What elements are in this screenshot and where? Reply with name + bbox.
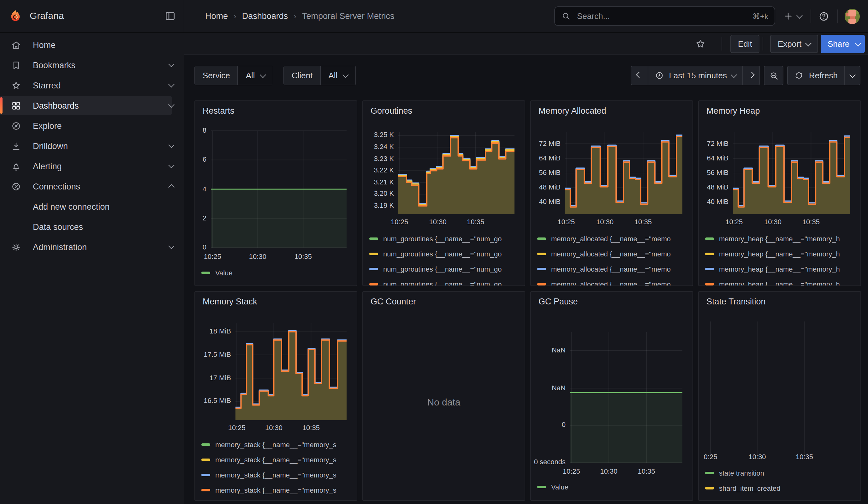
legend-item[interactable]: memory_heap {__name__="memory_h: [705, 234, 857, 244]
chart-plot[interactable]: [698, 321, 853, 459]
sidebar-item-starred[interactable]: Starred: [0, 76, 184, 95]
service-variable-dropdown[interactable]: Service All: [194, 66, 273, 85]
chevron-down-icon[interactable]: [168, 142, 175, 148]
breadcrumb-home[interactable]: Home: [205, 11, 228, 21]
sidebar-item-explore[interactable]: Explore: [0, 116, 184, 135]
legend-item[interactable]: num_goroutines {__name__="num_go: [369, 264, 521, 274]
sidebar-item-drilldown[interactable]: Drilldown: [0, 136, 184, 155]
y-axis-label: 64 MiB: [698, 154, 728, 162]
legend-item[interactable]: memory_allocated {__name__="memo: [537, 249, 689, 259]
export-button[interactable]: Export: [770, 35, 818, 53]
chevron-up-icon[interactable]: [168, 184, 175, 191]
legend-item[interactable]: num_goroutines {__name__="num_go: [369, 249, 521, 259]
legend-item[interactable]: memory_heap {__name__="memory_h: [705, 279, 857, 286]
legend-color-swatch: [369, 283, 378, 286]
sidebar-item-label: Alerting: [33, 161, 62, 171]
user-avatar[interactable]: [845, 9, 860, 24]
legend-item[interactable]: Value: [202, 268, 353, 278]
legend-item[interactable]: memory_stack {__name__="memory_s: [202, 440, 353, 450]
sidebar-item-dashboards[interactable]: Dashboards: [0, 96, 172, 115]
add-button[interactable]: [783, 11, 794, 21]
panel-memory-stack: Memory Stack 18 MiB17.5 MiB17 MiB16.5 Mi…: [194, 291, 357, 501]
add-menu-chevron-down-icon[interactable]: [796, 12, 803, 19]
sidebar-item-administration[interactable]: Administration: [0, 237, 184, 256]
chart-memory-stack: 18 MiB17.5 MiB17 MiB16.5 MiB10:2510:3010…: [195, 292, 356, 500]
time-range-forward-button[interactable]: [743, 66, 760, 85]
favorite-button[interactable]: [694, 38, 706, 50]
chart-plot[interactable]: [236, 323, 347, 420]
chevron-down-icon[interactable]: [168, 81, 175, 88]
chart-gc-pause: NaNNaN00 seconds10:2510:3010:35Value: [531, 292, 693, 500]
panel-goroutines: Goroutines 3.25 K3.24 K3.23 K3.22 K3.21 …: [362, 101, 525, 286]
panel-gc-pause: GC Pause NaNNaN00 seconds10:2510:3010:35…: [530, 291, 693, 501]
breadcrumb-dashboards[interactable]: Dashboards: [242, 11, 288, 21]
legend-item[interactable]: memory_stack {__name__="memory_s: [202, 470, 353, 480]
chart-plot[interactable]: [211, 131, 347, 248]
legend-item[interactable]: memory_allocated {__name__="memo: [537, 264, 689, 274]
sidebar-item-home[interactable]: Home: [0, 35, 184, 54]
legend-color-swatch: [705, 487, 714, 490]
x-axis-label: 10:25: [563, 467, 580, 475]
chevron-down-icon[interactable]: [168, 61, 175, 67]
refresh-button-label: Refresh: [809, 71, 838, 80]
zoom-out-button[interactable]: [765, 66, 783, 85]
chart-plot[interactable]: [398, 132, 515, 214]
sidebar-item-data-sources[interactable]: Data sources: [0, 217, 184, 236]
legend-item[interactable]: num_goroutines {__name__="num_go: [369, 234, 521, 244]
legend-item[interactable]: memory_allocated {__name__="memo: [537, 279, 689, 286]
chart-plot[interactable]: [565, 132, 682, 214]
brand-area: Grafana: [0, 0, 184, 32]
legend-color-swatch: [705, 253, 714, 255]
legend-item[interactable]: memory_allocated {__name__="memo: [537, 234, 689, 244]
sidebar-item-alerting[interactable]: Alerting: [0, 157, 184, 176]
y-axis-label: 0: [530, 421, 566, 429]
chart-memory-allocated: 72 MiB64 MiB56 MiB48 MiB40 MiB10:2510:30…: [531, 101, 693, 286]
sidebar-item-label: Home: [33, 40, 55, 50]
legend-item[interactable]: num_goroutines {__name__="num_go: [369, 279, 521, 286]
legend-item[interactable]: state transition: [705, 468, 857, 478]
y-axis-label: 48 MiB: [530, 183, 560, 191]
sidebar-item-label: Administration: [33, 242, 87, 252]
sidebar-item-add-new-connection[interactable]: Add new connection: [0, 197, 184, 216]
y-axis-label: NaN: [530, 384, 566, 391]
chevron-down-icon[interactable]: [168, 101, 175, 108]
chevron-down-icon: [849, 71, 855, 78]
chart-restarts: 8642010:2510:3010:35Value: [195, 101, 356, 286]
y-axis-label: 56 MiB: [698, 169, 728, 176]
legend-item[interactable]: memory_heap {__name__="memory_h: [705, 249, 857, 259]
legend-color-swatch: [537, 283, 546, 286]
sidebar-item-label: Add new connection: [33, 202, 110, 211]
legend-item[interactable]: shard_item_created: [705, 483, 857, 493]
client-variable-label: Client: [284, 66, 321, 85]
help-button[interactable]: [818, 11, 829, 22]
time-range-back-button[interactable]: [631, 66, 647, 85]
chart-plot[interactable]: [733, 132, 850, 214]
legend-label: memory_stack {__name__="memory_s: [215, 471, 337, 479]
chevron-down-icon[interactable]: [168, 243, 175, 249]
legend-item[interactable]: Value: [537, 482, 689, 492]
chart-plot[interactable]: [570, 332, 682, 463]
no-data-message: No data: [363, 397, 525, 407]
legend-item[interactable]: memory_stack {__name__="memory_s: [202, 455, 353, 465]
grafana-logo-icon[interactable]: [8, 9, 23, 23]
time-range-picker[interactable]: Last 15 minutes: [647, 66, 743, 85]
edit-button[interactable]: Edit: [730, 35, 760, 53]
legend-label: shard_item_created: [719, 484, 780, 492]
legend-item[interactable]: memory_stack {__name__="memory_s: [202, 485, 353, 495]
y-axis-label: 3.21 K: [362, 178, 394, 186]
search-input[interactable]: [576, 11, 747, 21]
share-menu-button[interactable]: [851, 35, 865, 53]
sidebar-item-bookmarks[interactable]: Bookmarks: [0, 55, 184, 74]
legend-item[interactable]: memory_heap {__name__="memory_h: [705, 264, 857, 274]
x-axis-label: 10:35: [467, 218, 484, 225]
refresh-interval-dropdown[interactable]: [844, 66, 860, 85]
sidebar-item-label: Starred: [33, 81, 61, 90]
y-axis-label: 40 MiB: [530, 198, 560, 206]
refresh-button[interactable]: Refresh: [788, 66, 844, 85]
sidebar-toggle-icon[interactable]: [164, 10, 176, 22]
search-box[interactable]: ⌘+k: [554, 6, 775, 26]
sidebar-nav: HomeBookmarksStarredDashboardsExploreDri…: [0, 33, 184, 504]
chevron-down-icon[interactable]: [168, 162, 175, 168]
sidebar-item-connections[interactable]: Connections: [0, 177, 184, 196]
client-variable-dropdown[interactable]: Client All: [283, 66, 356, 85]
